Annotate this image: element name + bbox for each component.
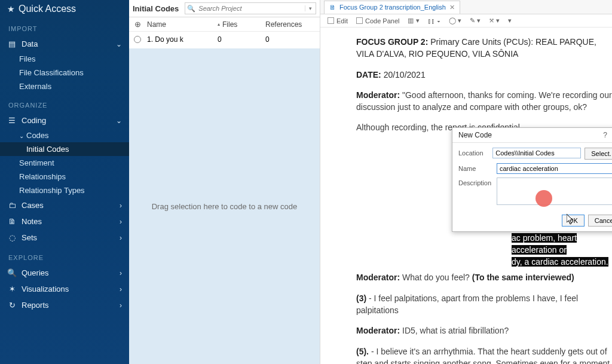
codes-pane-title: Initial Codes (133, 4, 179, 13)
document-tabs: 🗎 Focus Group 2 transcription_English ✕ (320, 0, 612, 14)
sidebar-item-codes[interactable]: ⌄Codes (0, 129, 129, 142)
quick-access-label: Quick Access (19, 4, 76, 14)
search-icon: 🔍 (185, 5, 197, 13)
cursor-icon (567, 214, 574, 225)
visualizations-icon: ✶ (7, 285, 17, 293)
description-input[interactable] (497, 178, 612, 205)
sidebar-item-files[interactable]: Files (0, 52, 129, 66)
search-input[interactable] (197, 3, 305, 14)
notes-icon: 🗎 (7, 217, 17, 226)
code-drop-zone[interactable]: Drag selection here to code to a new cod… (129, 48, 320, 364)
tab-focus-group-2[interactable]: 🗎 Focus Group 2 transcription_English ✕ (324, 1, 460, 14)
sidebar-item-externals[interactable]: Externals (0, 79, 129, 93)
fg-header: FOCUS GROUP 2: Primary Care Units (PCUs)… (356, 36, 612, 60)
select-button[interactable]: Select... (585, 148, 612, 160)
sidebar-item-sets[interactable]: ◌Sets › (0, 230, 129, 246)
location-label: Location (458, 148, 489, 157)
sidebar-item-initial-codes[interactable]: Initial Codes (0, 142, 129, 156)
sidebar-item-reports[interactable]: ↻Reports › (0, 297, 129, 313)
code-refs-cell: 0 (265, 35, 320, 44)
col-header-references[interactable]: References (265, 20, 320, 29)
code-files-cell: 0 (218, 35, 265, 44)
coding-icon: ☰ (7, 116, 17, 125)
chevron-right-icon: › (120, 269, 122, 277)
sidebar-item-sentiment[interactable]: Sentiment (0, 156, 129, 170)
chevron-down-icon: ⌄ (116, 40, 122, 48)
sidebar-item-queries[interactable]: 🔍Queries › (0, 265, 129, 281)
name-input[interactable] (497, 163, 612, 174)
chevron-down-icon: ⌄ (116, 117, 122, 125)
sidebar-item-notes[interactable]: 🗎Notes › (0, 213, 129, 230)
sets-icon: ◌ (7, 233, 17, 242)
organize-section-label: ORGANIZE (0, 93, 129, 112)
document-toolbar: Edit Code Panel ▥ ▾ ⫿⫿ ▾ ◯ ▾ ✎ ▾ ⤧ ▾ ▾ (320, 14, 612, 27)
radio-icon[interactable] (134, 36, 141, 43)
edit-toggle[interactable]: Edit (328, 17, 348, 25)
project-search[interactable]: 🔍 ▾ (185, 2, 316, 14)
chevron-right-icon: › (120, 301, 122, 310)
paragraph: (3) - I feel palpitations, apart from th… (356, 292, 612, 317)
toolbar-link-icon[interactable]: ⤧ ▾ (489, 17, 500, 25)
paragraph: (5). - I believe it's an arrhythmia. Tha… (356, 345, 612, 364)
sidebar-item-file-classifications[interactable]: File Classifications (0, 66, 129, 79)
table-row[interactable]: 1. Do you k 0 0 (129, 32, 320, 47)
sidebar-item-cases[interactable]: 🗀Cases › (0, 197, 129, 213)
sidebar-item-coding[interactable]: ☰Coding ⌄ (0, 112, 129, 129)
add-code-icon[interactable]: ⊕ (134, 20, 141, 29)
chevron-right-icon: › (120, 201, 122, 210)
date-line: DATE: 20/10/2021 (356, 69, 612, 81)
codepanel-toggle[interactable]: Code Panel (356, 17, 400, 25)
data-icon: ▤ (7, 39, 17, 48)
col-header-files[interactable]: Files (222, 20, 237, 29)
reports-icon: ↻ (7, 301, 17, 310)
sidebar-item-visualizations[interactable]: ✶Visualizations › (0, 281, 129, 297)
sidebar-item-relationship-types[interactable]: Relationship Types (0, 183, 129, 197)
cancel-button[interactable]: Cancel (588, 215, 612, 227)
paragraph: Moderator: What do you feel? (To the sam… (356, 271, 612, 283)
col-header-name[interactable]: Name (146, 20, 218, 29)
import-section-label: IMPORT (0, 17, 129, 36)
toolbar-stripes-icon[interactable]: ⫿⫿ ▾ (428, 17, 440, 25)
dialog-title: New Code (458, 131, 492, 139)
location-input[interactable] (492, 148, 581, 158)
toolbar-more-icon[interactable]: ▾ (508, 17, 512, 25)
toolbar-shape-icon[interactable]: ◯ ▾ (449, 17, 461, 25)
chevron-right-icon: › (120, 234, 122, 242)
codes-grid-header: ⊕ Name ▴Files References (129, 17, 320, 32)
cases-icon: 🗀 (7, 201, 17, 210)
codes-pane: Initial Codes 🔍 ▾ ⊕ Name ▴Files Referenc… (129, 0, 320, 364)
document-icon: 🗎 (329, 4, 336, 11)
toolbar-highlight-icon[interactable]: ✎ ▾ (470, 17, 481, 25)
sort-caret-icon: ▴ (218, 22, 220, 27)
help-icon[interactable]: ? (603, 131, 607, 139)
recording-marker (536, 190, 552, 207)
chevron-down-icon[interactable]: ▾ (305, 5, 316, 11)
sidebar-item-data[interactable]: ▤Data ⌄ (0, 36, 129, 52)
quick-access-header[interactable]: ★ Quick Access (0, 0, 129, 17)
code-name-cell: 1. Do you k (146, 35, 218, 44)
explore-section-label: EXPLORE (0, 246, 129, 265)
toolbar-layout-icon[interactable]: ▥ ▾ (408, 17, 419, 25)
chevron-right-icon: › (120, 218, 122, 226)
paragraph: Moderator: "Good afternoon, thanks for c… (356, 89, 612, 114)
name-label: Name (458, 163, 493, 172)
search-icon: 🔍 (7, 268, 17, 277)
sidebar: ★ Quick Access IMPORT ▤Data ⌄ Files File… (0, 0, 129, 364)
sidebar-item-relationships[interactable]: Relationships (0, 170, 129, 183)
description-label: Description (458, 178, 493, 186)
new-code-dialog: New Code ? ✕ Location Select... Name Des… (452, 127, 612, 232)
chevron-right-icon: › (120, 285, 122, 293)
star-icon: ★ (7, 4, 15, 14)
close-icon[interactable]: ✕ (449, 4, 455, 11)
paragraph: Moderator: ID5, what is atrial fibrillat… (356, 325, 612, 337)
